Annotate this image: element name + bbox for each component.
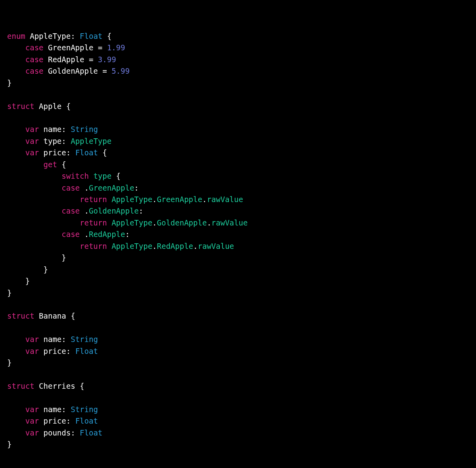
punct: : — [61, 335, 71, 344]
keyword-var: var — [25, 148, 39, 157]
type-String: String — [71, 335, 98, 344]
keyword-return: return — [80, 218, 107, 227]
punct: } — [7, 440, 12, 449]
type-Float: Float — [80, 32, 102, 40]
type-Float: Float — [75, 347, 98, 355]
enum-AppleType: AppleType — [111, 242, 152, 250]
keyword-enum: enum — [7, 32, 25, 40]
punct: } — [7, 78, 12, 87]
type-Float: Float — [80, 428, 102, 437]
punct: . — [152, 195, 157, 204]
ident-price: price — [44, 148, 66, 157]
type-String: String — [71, 125, 98, 134]
keyword-var: var — [25, 416, 39, 425]
keyword-case: case — [25, 43, 44, 52]
enum-GoldenApple: GoldenApple — [157, 218, 207, 227]
keyword-var: var — [25, 137, 39, 145]
ident-Cherries: Cherries — [39, 382, 75, 390]
keyword-return: return — [80, 242, 107, 250]
ident-name: name — [44, 405, 62, 414]
keyword-struct: struct — [7, 102, 35, 111]
punct: { — [75, 382, 84, 390]
enum-RedApple: RedApple — [157, 242, 194, 250]
keyword-var: var — [25, 428, 39, 437]
punct: . — [202, 195, 207, 204]
enum-rawValue: rawValue — [211, 218, 248, 227]
number: 5.99 — [111, 67, 130, 75]
number: 1.99 — [107, 43, 125, 52]
keyword-var: var — [25, 347, 39, 355]
punct: { — [57, 160, 66, 169]
punct: . — [152, 242, 157, 250]
keyword-switch: switch — [61, 172, 89, 180]
punct: : — [71, 32, 80, 40]
punct: { — [111, 172, 121, 180]
ident-price: price — [44, 347, 66, 355]
punct: . — [152, 218, 157, 227]
ident-AppleType: AppleType — [30, 32, 71, 40]
keyword-case: case — [25, 67, 44, 75]
keyword-return: return — [80, 195, 107, 204]
ident-GreenApple: GreenApple — [48, 43, 93, 52]
keyword-case: case — [61, 183, 80, 192]
punct: : — [71, 428, 80, 437]
type-Float: Float — [75, 416, 98, 425]
keyword-case: case — [61, 206, 80, 215]
punct: = — [98, 67, 111, 75]
punct: } — [7, 358, 12, 367]
punct: : — [125, 230, 129, 239]
punct: } — [7, 288, 12, 297]
enum-RedApple: RedApple — [89, 230, 125, 239]
ident-name: name — [44, 335, 62, 344]
punct: . — [80, 206, 89, 215]
ident-Banana: Banana — [39, 311, 66, 320]
enum-GoldenApple: GoldenApple — [89, 206, 139, 215]
keyword-var: var — [25, 405, 39, 414]
ident-type: type — [93, 172, 111, 180]
ident-Apple: Apple — [39, 102, 61, 111]
keyword-case: case — [25, 55, 44, 64]
keyword-struct: struct — [7, 382, 35, 390]
number: 3.99 — [98, 55, 116, 64]
enum-AppleType: AppleType — [111, 218, 152, 227]
keyword-struct: struct — [7, 311, 35, 320]
ident-type: type — [44, 137, 62, 145]
punct: } — [25, 277, 30, 285]
punct: : — [66, 347, 75, 355]
enum-rawValue: rawValue — [207, 195, 243, 204]
punct: { — [98, 148, 107, 157]
punct: . — [193, 242, 198, 250]
punct: : — [61, 405, 71, 414]
ident-name: name — [44, 125, 62, 134]
punct: } — [61, 253, 66, 262]
keyword-var: var — [25, 125, 39, 134]
ident-RedApple: RedApple — [48, 55, 84, 64]
punct: = — [84, 55, 98, 64]
ident-pounds: pounds — [44, 428, 71, 437]
punct: { — [61, 102, 71, 111]
enum-rawValue: rawValue — [198, 242, 234, 250]
enum-GreenApple: GreenApple — [157, 195, 202, 204]
punct: : — [139, 206, 143, 215]
code-block: enum AppleType: Float { case GreenApple … — [7, 31, 469, 451]
punct: . — [80, 183, 89, 192]
ident-GoldenApple: GoldenApple — [48, 67, 98, 75]
ident-price: price — [44, 416, 66, 425]
punct: : — [61, 125, 71, 134]
type-String: String — [71, 405, 98, 414]
punct: { — [102, 32, 111, 40]
keyword-case: case — [61, 230, 80, 239]
punct: } — [44, 265, 48, 274]
punct: : — [66, 416, 75, 425]
type-AppleType: AppleType — [71, 137, 111, 145]
punct: . — [207, 218, 211, 227]
keyword-var: var — [25, 335, 39, 344]
punct: : — [61, 137, 71, 145]
punct: { — [66, 311, 75, 320]
punct: . — [80, 230, 89, 239]
punct: : — [134, 183, 138, 192]
keyword-get: get — [44, 160, 57, 169]
type-Float: Float — [75, 148, 98, 157]
punct: : — [66, 148, 75, 157]
punct: = — [93, 43, 107, 52]
